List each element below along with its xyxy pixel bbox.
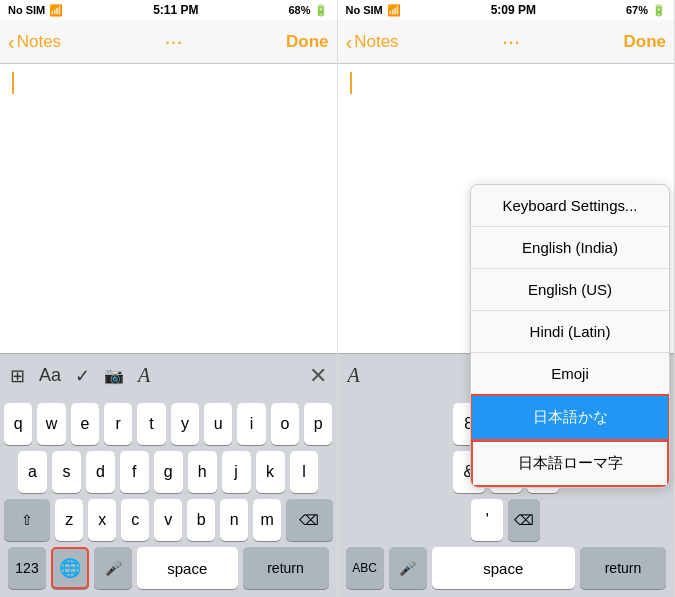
key-v[interactable]: v: [154, 499, 182, 541]
key-r[interactable]: r: [104, 403, 132, 445]
wifi-icon-left: 📶: [49, 4, 63, 17]
more-button-right[interactable]: ···: [502, 29, 520, 55]
text-format-icon[interactable]: Aa: [39, 365, 61, 386]
keyboard-language-popup: Keyboard Settings... English (India) Eng…: [470, 184, 670, 488]
status-bar-right: No SIM 📶 5:09 PM 67% 🔋: [338, 0, 675, 20]
key-q[interactable]: q: [4, 403, 32, 445]
carrier-left: No SIM: [8, 4, 45, 16]
space-key-left[interactable]: space: [137, 547, 238, 589]
wifi-icon-right: 📶: [387, 4, 401, 17]
status-left-right: No SIM 📶: [346, 4, 401, 17]
text-cursor-left: [12, 72, 14, 94]
key-u[interactable]: u: [204, 403, 232, 445]
note-content-left[interactable]: [0, 64, 337, 353]
done-button-left[interactable]: Done: [286, 32, 329, 52]
popup-item-keyboard-settings[interactable]: Keyboard Settings...: [471, 185, 669, 227]
key-l[interactable]: l: [290, 451, 319, 493]
text-cursor-right: [350, 72, 352, 94]
status-right-left: 68% 🔋: [288, 4, 328, 17]
sketch-icon[interactable]: A: [138, 364, 150, 387]
key-j[interactable]: j: [222, 451, 251, 493]
status-left: No SIM 📶: [8, 4, 63, 17]
table-icon[interactable]: ⊞: [10, 365, 25, 387]
key-delete[interactable]: ⌫: [286, 499, 332, 541]
p2-key-row-3: ' ⌫: [342, 499, 671, 541]
checklist-icon[interactable]: ✓: [75, 365, 90, 387]
popup-item-english-india[interactable]: English (India): [471, 227, 669, 269]
key-numbers-left[interactable]: 123: [8, 547, 46, 589]
key-b[interactable]: b: [187, 499, 215, 541]
key-o[interactable]: o: [271, 403, 299, 445]
back-button-left[interactable]: ‹ Notes: [8, 32, 61, 52]
key-delete-right[interactable]: ⌫: [508, 499, 540, 541]
key-row-2: a s d f g h j k l: [4, 451, 333, 493]
close-keyboard-icon-left[interactable]: ✕: [309, 363, 327, 389]
carrier-right: No SIM: [346, 4, 383, 16]
key-y[interactable]: y: [171, 403, 199, 445]
more-button-left[interactable]: ···: [164, 29, 182, 55]
key-m[interactable]: m: [253, 499, 281, 541]
key-w[interactable]: w: [37, 403, 65, 445]
key-e[interactable]: e: [71, 403, 99, 445]
status-bar-left: No SIM 📶 5:11 PM 68% 🔋: [0, 0, 337, 20]
key-f[interactable]: f: [120, 451, 149, 493]
popup-item-english-us[interactable]: English (US): [471, 269, 669, 311]
camera-icon[interactable]: 📷: [104, 366, 124, 385]
time-left: 5:11 PM: [153, 3, 198, 17]
popup-item-japanese-kana[interactable]: 日本語かな: [470, 394, 670, 441]
key-p[interactable]: p: [304, 403, 332, 445]
nav-bar-right: ‹ Notes ··· Done: [338, 20, 675, 64]
keyboard-left: q w e r t y u i o p a s d f g h j k l ⇧ …: [0, 397, 337, 597]
key-g[interactable]: g: [154, 451, 183, 493]
key-s[interactable]: s: [52, 451, 81, 493]
microphone-key-left[interactable]: 🎤: [94, 547, 132, 589]
key-d[interactable]: d: [86, 451, 115, 493]
popup-item-hindi-latin[interactable]: Hindi (Latin): [471, 311, 669, 353]
return-key-left[interactable]: return: [243, 547, 329, 589]
key-row-3: ⇧ z x c v b n m ⌫: [4, 499, 333, 541]
time-right: 5:09 PM: [491, 3, 536, 17]
microphone-key-right[interactable]: 🎤: [389, 547, 427, 589]
return-key-right[interactable]: return: [580, 547, 666, 589]
space-key-right[interactable]: space: [432, 547, 576, 589]
chevron-right-icon: ‹: [346, 32, 353, 52]
popup-item-emoji[interactable]: Emoji: [471, 353, 669, 395]
keyboard-toolbar-left: ⊞ Aa ✓ 📷 A ✕: [0, 353, 337, 397]
globe-key-left[interactable]: 🌐: [51, 547, 89, 589]
nav-bar-left: ‹ Notes ··· Done: [0, 20, 337, 64]
key-abc-right[interactable]: ABC: [346, 547, 384, 589]
battery-left: 68%: [288, 4, 310, 16]
key-apostrophe[interactable]: ': [471, 499, 503, 541]
key-h[interactable]: h: [188, 451, 217, 493]
back-button-right[interactable]: ‹ Notes: [346, 32, 399, 52]
key-t[interactable]: t: [137, 403, 165, 445]
key-i[interactable]: i: [237, 403, 265, 445]
key-row-1: q w e r t y u i o p: [4, 403, 333, 445]
key-x[interactable]: x: [88, 499, 116, 541]
popup-item-japanese-romaji[interactable]: 日本語ローマ字: [471, 440, 669, 487]
key-shift[interactable]: ⇧: [4, 499, 50, 541]
key-c[interactable]: c: [121, 499, 149, 541]
panel-left: No SIM 📶 5:11 PM 68% 🔋 ‹ Notes ··· Done …: [0, 0, 338, 597]
battery-icon-right: 🔋: [652, 4, 666, 17]
panel-right: No SIM 📶 5:09 PM 67% 🔋 ‹ Notes ··· Done …: [338, 0, 676, 597]
key-n[interactable]: n: [220, 499, 248, 541]
status-right-right: 67% 🔋: [626, 4, 666, 17]
done-button-right[interactable]: Done: [624, 32, 667, 52]
key-z[interactable]: z: [55, 499, 83, 541]
note-content-right[interactable]: Keyboard Settings... English (India) Eng…: [338, 64, 675, 353]
battery-right: 67%: [626, 4, 648, 16]
battery-icon-left: 🔋: [314, 4, 328, 17]
key-a[interactable]: a: [18, 451, 47, 493]
keyboard-bottom-row-left: 123 🌐 🎤 space return: [4, 547, 333, 593]
chevron-left-icon: ‹: [8, 32, 15, 52]
back-label-left: Notes: [17, 32, 61, 52]
sketch-icon-right[interactable]: A: [348, 364, 360, 387]
back-label-right: Notes: [354, 32, 398, 52]
key-k[interactable]: k: [256, 451, 285, 493]
keyboard-bottom-row-right: ABC 🎤 space return: [342, 547, 671, 593]
